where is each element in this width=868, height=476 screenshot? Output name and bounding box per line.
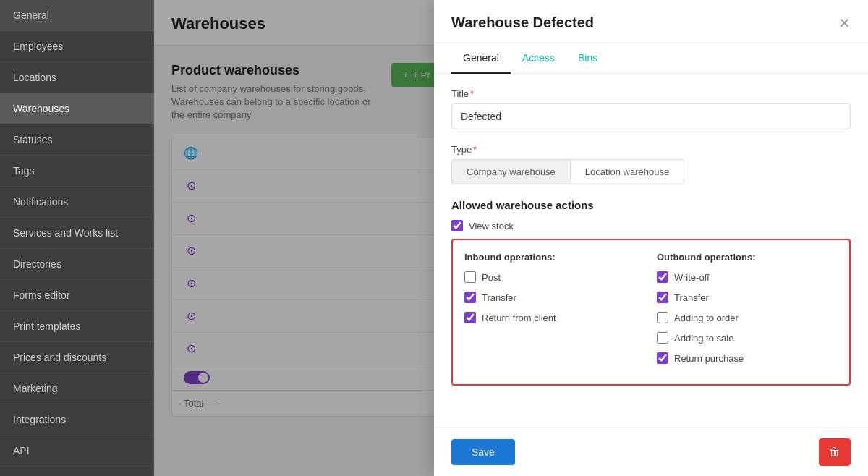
op-adding-order-row: Adding to order (657, 312, 838, 323)
op-transfer-out-checkbox[interactable] (657, 292, 668, 303)
sidebar-item-directories[interactable]: Directories (0, 249, 154, 280)
modal-header: Warehouse Defected ✕ (434, 0, 868, 43)
op-adding-sale-row: Adding to sale (657, 332, 838, 344)
type-field-group: Type * Company warehouse Location wareho… (451, 144, 851, 184)
delete-icon: 🗑 (829, 446, 841, 458)
tab-access[interactable]: Access (511, 43, 566, 74)
location-warehouse-btn[interactable]: Location warehouse (571, 159, 684, 184)
sidebar-item-employees[interactable]: Employees (0, 31, 154, 62)
view-stock-row: View stock (451, 220, 851, 231)
delete-button[interactable]: 🗑 (819, 438, 851, 466)
tab-bins[interactable]: Bins (566, 43, 609, 74)
op-writeoff-checkbox[interactable] (657, 271, 668, 283)
op-transfer-out-row: Transfer (657, 292, 838, 303)
operations-grid: Inbound operations: Post Transfer Return… (464, 252, 838, 373)
title-label: Title * (451, 88, 851, 99)
op-post-label: Post (482, 272, 501, 283)
sidebar: GeneralEmployeesLocationsWarehousesStatu… (0, 0, 154, 476)
modal-title: Warehouse Defected (451, 14, 594, 31)
op-transfer-in-checkbox[interactable] (464, 292, 476, 303)
modal-body: Title * Type * Company warehouse Locatio… (434, 74, 868, 428)
warehouse-modal: Warehouse Defected ✕ General Access Bins… (434, 0, 868, 476)
sidebar-item-api[interactable]: API (0, 435, 154, 467)
op-transfer-in-row: Transfer (464, 292, 645, 303)
op-adding-sale-checkbox[interactable] (657, 332, 668, 344)
view-stock-checkbox[interactable] (451, 220, 463, 231)
save-button[interactable]: Save (451, 439, 515, 465)
sidebar-item-locations[interactable]: Locations (0, 62, 154, 93)
sidebar-item-statuses[interactable]: Statuses (0, 124, 154, 156)
sidebar-item-warehouses[interactable]: Warehouses (0, 93, 154, 124)
required-mark: * (473, 144, 477, 155)
sidebar-item-services-works[interactable]: Services and Works list (0, 218, 154, 249)
close-button[interactable]: ✕ (838, 16, 851, 30)
sidebar-item-marketing[interactable]: Marketing (0, 373, 154, 404)
op-return-client-label: Return from client (482, 313, 556, 323)
operations-box: Inbound operations: Post Transfer Return… (451, 239, 851, 386)
sidebar-item-print-templates[interactable]: Print templates (0, 311, 154, 342)
op-transfer-in-label: Transfer (482, 292, 516, 303)
op-return-client-checkbox[interactable] (464, 312, 476, 323)
sidebar-item-integrations[interactable]: Integrations (0, 404, 154, 435)
op-return-client-row: Return from client (464, 312, 645, 323)
title-input[interactable] (451, 103, 851, 129)
modal-tabs: General Access Bins (434, 43, 868, 74)
op-transfer-out-label: Transfer (674, 292, 709, 303)
op-post-checkbox[interactable] (464, 271, 476, 283)
inbound-header: Inbound operations: (464, 252, 645, 263)
op-writeoff-row: Write-off (657, 271, 838, 283)
sidebar-item-prices-discounts[interactable]: Prices and discounts (0, 342, 154, 373)
outbound-column: Outbound operations: Write-off Transfer … (657, 252, 838, 373)
company-warehouse-btn[interactable]: Company warehouse (451, 159, 571, 184)
outbound-header: Outbound operations: (657, 252, 838, 263)
required-mark: * (470, 88, 474, 99)
sidebar-item-notifications[interactable]: Notifications (0, 187, 154, 218)
tab-general[interactable]: General (451, 43, 511, 74)
view-stock-label: View stock (469, 221, 514, 231)
op-adding-order-checkbox[interactable] (657, 312, 668, 323)
op-post-row: Post (464, 271, 645, 283)
title-field-group: Title * (451, 88, 851, 129)
op-writeoff-label: Write-off (674, 272, 710, 283)
actions-section-heading: Allowed warehouse actions (451, 199, 851, 211)
op-return-purchase-checkbox[interactable] (657, 352, 668, 364)
sidebar-item-forms-editor[interactable]: Forms editor (0, 280, 154, 311)
sidebar-item-general[interactable]: General (0, 0, 154, 31)
inbound-column: Inbound operations: Post Transfer Return… (464, 252, 645, 373)
sidebar-item-tags[interactable]: Tags (0, 156, 154, 187)
type-buttons: Company warehouse Location warehouse (451, 159, 851, 184)
op-adding-order-label: Adding to order (674, 313, 739, 323)
modal-footer: Save 🗑 (434, 428, 868, 476)
type-label: Type * (451, 144, 851, 155)
op-return-purchase-row: Return purchase (657, 352, 838, 364)
op-adding-sale-label: Adding to sale (674, 333, 733, 344)
op-return-purchase-label: Return purchase (674, 353, 744, 364)
